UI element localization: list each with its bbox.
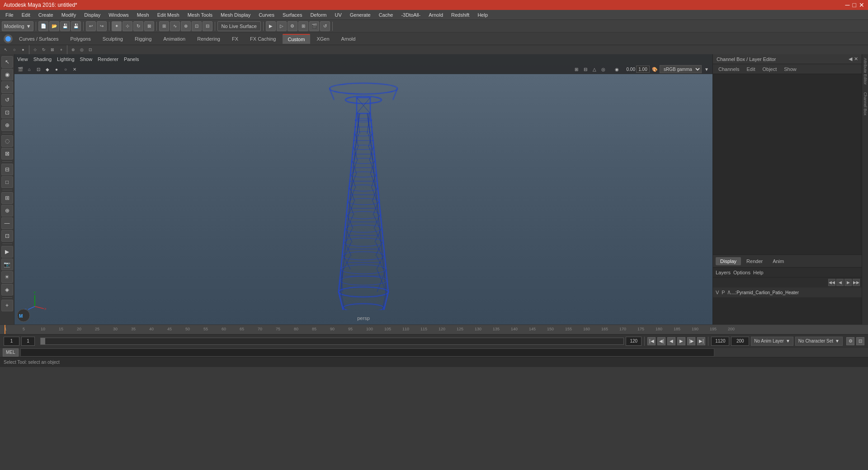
save-file-button[interactable]: 💾 [60, 21, 70, 31]
range-end-input[interactable] [731, 337, 749, 346]
vp-cam-btn[interactable]: 🎬 [16, 65, 24, 73]
vp-panels-menu[interactable]: Panels [124, 56, 139, 62]
tb2-rot-icon[interactable]: ↻ [40, 46, 48, 54]
snap-grid-button[interactable]: ⊞ [159, 21, 169, 31]
tab-fx[interactable]: FX [226, 34, 244, 43]
scale-tool-button[interactable]: ⊠ [144, 21, 154, 31]
menu-windows[interactable]: Windows [105, 11, 132, 19]
save-scene-button[interactable]: 💾 [71, 21, 81, 31]
vp-frm-btn[interactable]: ⊡ [34, 65, 42, 73]
soft-select-tool[interactable]: ◌ [1, 135, 13, 147]
workspace-pin-icon[interactable] [4, 34, 13, 43]
rp-tab-channels[interactable]: Channels [716, 66, 742, 73]
layer-pickable[interactable]: P [722, 290, 725, 295]
attr-editor-tab-label[interactable]: Attribute Editor [863, 56, 868, 87]
tb2-scale-icon[interactable]: ⊠ [48, 46, 57, 54]
range-slider-btn[interactable]: ⊡ [856, 337, 864, 345]
vp-x-btn[interactable]: ✕ [71, 65, 79, 73]
character-set-selector[interactable]: No Character Set ▼ [795, 337, 843, 346]
snap-point-button[interactable]: ⊕ [181, 21, 191, 31]
menu-modify[interactable]: Modify [58, 11, 80, 19]
tab-animation[interactable]: Animation [158, 34, 191, 43]
playback-start-input[interactable] [21, 337, 35, 346]
render-settings-button[interactable]: ⚙ [288, 21, 297, 31]
snap-surface-button[interactable]: ⊟ [203, 21, 212, 31]
move-tool-button[interactable]: ⊹ [123, 21, 132, 31]
timeline-scrub[interactable] [40, 338, 624, 345]
rotate-tool-button[interactable]: ↻ [133, 21, 143, 31]
current-frame-input[interactable] [4, 337, 19, 346]
rp-tab-edit[interactable]: Edit [744, 66, 758, 73]
timeline-ruler[interactable]: 1 5 10 15 20 25 30 35 40 45 50 55 60 65 … [0, 325, 868, 334]
menu-generate[interactable]: Generate [346, 11, 374, 19]
layer-icon2[interactable]: ◀ [836, 279, 844, 286]
tb2-paint-icon[interactable]: ● [19, 46, 27, 54]
scale-tool[interactable]: ⊡ [1, 107, 13, 118]
vp-lighting-menu[interactable]: Lighting [57, 56, 75, 62]
menu-display[interactable]: Display [80, 11, 104, 19]
tb2-soft-icon[interactable]: ◎ [78, 46, 86, 54]
channel-editor-tab-label[interactable]: Channel Box [863, 90, 868, 118]
tab-fx-caching[interactable]: FX Caching [245, 34, 281, 43]
move-tool[interactable]: ✛ [1, 81, 13, 93]
tb2-lasso-icon[interactable]: ○ [10, 46, 19, 54]
menu-3dto[interactable]: -3DtoAll- [397, 11, 424, 19]
rp-tab-show[interactable]: Show [781, 66, 799, 73]
snap-line-lt[interactable]: ― [1, 217, 13, 229]
layer-tab-layers[interactable]: Layers [716, 270, 731, 275]
vp-more-btn[interactable]: ▼ [703, 65, 711, 73]
tab-rendering[interactable]: Rendering [192, 34, 226, 43]
material-lt[interactable]: ◈ [1, 284, 13, 296]
vp-shading-menu[interactable]: Shading [33, 56, 52, 62]
rp-collapse-btn[interactable]: ◀ [849, 56, 852, 62]
range-start-input[interactable] [711, 337, 729, 346]
menu-redshift[interactable]: Redshift [448, 11, 473, 19]
snap-view-button[interactable]: ⊡ [192, 21, 202, 31]
play-back-btn[interactable]: ◀ [667, 337, 675, 345]
tb2-snap-icon[interactable]: ⊕ [69, 46, 77, 54]
menu-mesh-tools[interactable]: Mesh Tools [184, 11, 216, 19]
new-file-button[interactable]: 📄 [38, 21, 48, 31]
lasso-tool[interactable]: ⊟ [1, 164, 13, 175]
minimize-button[interactable]: ─ [845, 1, 850, 9]
vp-shd-btn[interactable]: ● [52, 65, 61, 73]
menu-mesh[interactable]: Mesh [133, 11, 153, 19]
snap-surf-lt[interactable]: ⊡ [1, 230, 13, 242]
anim-layer-selector[interactable]: No Anim Layer ▼ [751, 337, 793, 346]
playback-end-input[interactable] [626, 337, 642, 346]
layer-visibility[interactable]: V [716, 290, 719, 295]
menu-mesh-display[interactable]: Mesh Display [217, 11, 254, 19]
refresh-button[interactable]: ↺ [320, 21, 330, 31]
maximize-button[interactable]: □ [853, 1, 856, 9]
tab-xgen[interactable]: XGen [311, 34, 335, 43]
no-live-surface-button[interactable]: No Live Surface [217, 21, 261, 31]
tab-curves-surfaces[interactable]: Curves / Surfaces [14, 34, 64, 43]
menu-help[interactable]: Help [474, 11, 491, 19]
menu-curves[interactable]: Curves [255, 11, 278, 19]
dt-tab-anim[interactable]: Anim [768, 257, 788, 265]
mel-input[interactable] [20, 348, 714, 357]
rp-close-btn[interactable]: ✕ [854, 56, 858, 62]
tab-sculpting[interactable]: Sculpting [97, 34, 128, 43]
layer-icon4[interactable]: ▶▶ [853, 279, 860, 286]
expand-lt[interactable]: + [1, 300, 13, 311]
menu-edit[interactable]: Edit [18, 11, 34, 19]
menu-cache[interactable]: Cache [375, 11, 397, 19]
step-back-btn[interactable]: ◀| [657, 337, 665, 345]
universal-tool[interactable]: ⊕ [1, 119, 13, 131]
vp-gamma-select[interactable]: sRGB gamma [660, 65, 702, 73]
render-lt[interactable]: ▶ [1, 246, 13, 258]
ipr-button[interactable]: ▷ [277, 21, 287, 31]
rp-tab-object[interactable]: Object [760, 66, 779, 73]
tab-polygons[interactable]: Polygons [65, 34, 96, 43]
close-button[interactable]: ✕ [859, 1, 864, 9]
dt-tab-render[interactable]: Render [742, 257, 767, 265]
marquee-tool[interactable]: □ [1, 176, 13, 188]
menu-arnold[interactable]: Arnold [425, 11, 447, 19]
tb2-sym-icon[interactable]: ⊡ [86, 46, 94, 54]
menu-create[interactable]: Create [35, 11, 57, 19]
vp-color-btn[interactable]: 🎨 [651, 65, 659, 73]
snap-pt-lt[interactable]: ⊕ [1, 205, 13, 216]
dt-tab-display[interactable]: Display [716, 257, 741, 265]
light-lt[interactable]: ☀ [1, 271, 13, 283]
